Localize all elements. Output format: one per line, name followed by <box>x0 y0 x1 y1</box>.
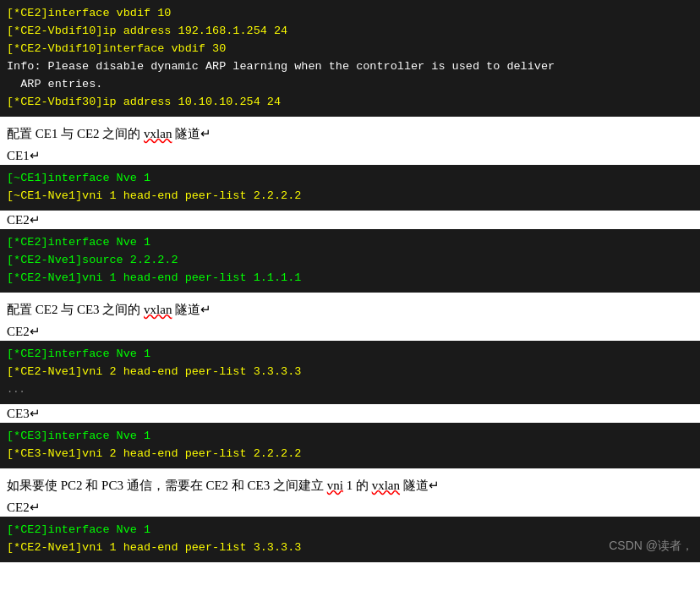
terminal-line: [*CE2-Nve1]vni 1 head-end peer-list 3.3.… <box>7 539 693 557</box>
terminal-line: [*CE3]interface Nve 1 <box>7 428 693 446</box>
terminal-block-4: [*CE3]interface Nve 1 [*CE3-Nve1]vni 2 h… <box>0 423 700 468</box>
terminal-block-1: [~CE1]interface Nve 1 [~CE1-Nve1]vni 1 h… <box>0 165 700 211</box>
terminal-line: [*CE2]interface vbdif 10 <box>7 5 693 23</box>
section-heading-1: 配置 CE1 与 CE2 之间的 vxlan 隧道↵ <box>0 117 700 147</box>
terminal-line: [~CE1]interface Nve 1 <box>7 170 693 188</box>
terminal-line: [~CE1-Nve1]vni 1 head-end peer-list 2.2.… <box>7 188 693 205</box>
terminal-block-3: [*CE2]interface Nve 1 [*CE2-Nve1]vni 2 h… <box>0 341 700 404</box>
terminal-line: [*CE2-Vbdif30]ip address 10.10.10.254 24 <box>7 94 693 112</box>
vxlan-term-3: vxlan <box>372 479 400 492</box>
terminal-line: [*CE3-Nve1]vni 2 head-end peer-list 2.2.… <box>7 446 693 463</box>
prose-section: 如果要使 PC2 和 PC3 通信，需要在 CE2 和 CE3 之间建立 vni… <box>0 468 700 499</box>
ce2-label-3: CE2↵ <box>0 498 700 517</box>
terminal-block-0: [*CE2]interface vbdif 10 [*CE2-Vbdif10]i… <box>0 0 700 117</box>
ce2-label-1: CE2↵ <box>0 211 700 229</box>
terminal-line: [*CE2-Vbdif10]ip address 192.168.1.254 2… <box>7 23 693 41</box>
ce1-label: CE1↵ <box>0 146 700 165</box>
terminal-line: [*CE2]interface Nve 1 <box>7 346 693 364</box>
terminal-line: [*CE2-Vbdif10]interface vbdif 30 <box>7 41 693 58</box>
page-wrapper: [*CE2]interface vbdif 10 [*CE2-Vbdif10]i… <box>0 0 700 562</box>
terminal-line: Info: Please disable dynamic ARP learnin… <box>7 58 693 76</box>
vxlan-term-2: vxlan <box>144 303 172 316</box>
watermark: CSDN @读者， <box>609 537 693 556</box>
terminal-line: [*CE2]interface Nve 1 <box>7 234 693 252</box>
ce3-label: CE3↵ <box>0 404 700 423</box>
terminal-line: ARP entries. <box>7 76 693 94</box>
terminal-line: [*CE2-Nve1]vni 2 head-end peer-list 3.3.… <box>7 364 693 381</box>
terminal-line: [*CE2-Nve1]vni 1 head-end peer-list 1.1.… <box>7 270 693 287</box>
terminal-block-2: [*CE2]interface Nve 1 [*CE2-Nve1]source … <box>0 229 700 293</box>
terminal-line: [*CE2-Nve1]source 2.2.2.2 <box>7 252 693 270</box>
vxlan-term-1: vxlan <box>144 127 172 140</box>
terminal-line: ... <box>7 381 693 399</box>
ce2-label-2: CE2↵ <box>0 322 700 341</box>
terminal-line: [*CE2]interface Nve 1 <box>7 522 693 539</box>
section-heading-2: 配置 CE2 与 CE3 之间的 vxlan 隧道↵ <box>0 293 700 323</box>
terminal-block-5: [*CE2]interface Nve 1 [*CE2-Nve1]vni 1 h… <box>0 517 700 562</box>
vni-term: vni <box>327 479 343 492</box>
